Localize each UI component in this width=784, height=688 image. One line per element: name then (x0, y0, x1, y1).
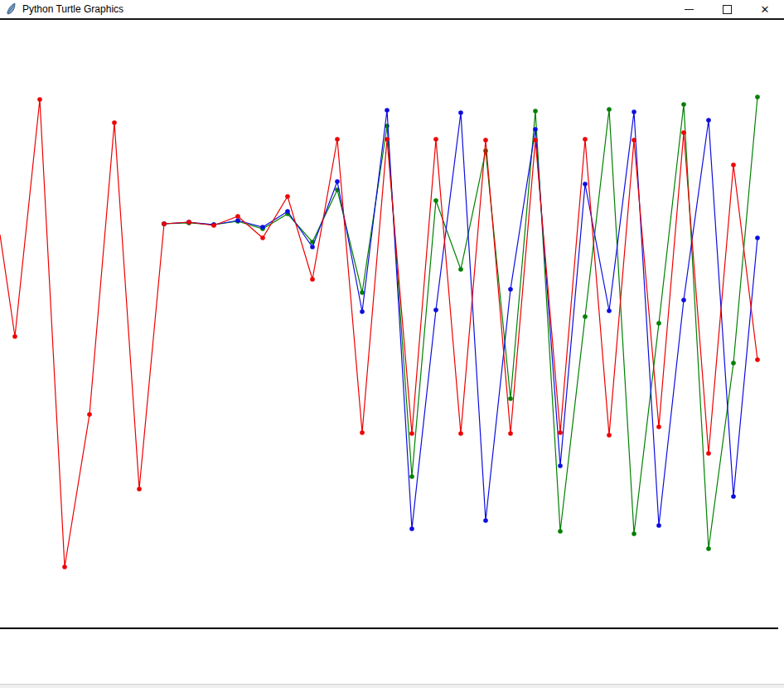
green-data-point (656, 321, 661, 326)
green-data-point (755, 94, 760, 99)
maximize-icon (723, 5, 732, 14)
titlebar-border-line (0, 18, 784, 20)
red-data-point (211, 223, 216, 228)
blue-data-point (632, 109, 636, 114)
green-data-point (731, 361, 736, 366)
python-feather-icon (5, 2, 17, 16)
blue-data-point (483, 518, 488, 523)
red-data-point (335, 137, 340, 142)
turtle-canvas (0, 0, 784, 688)
red-data-point (62, 564, 67, 569)
green-data-point (483, 148, 488, 153)
blue-data-point (533, 127, 538, 132)
green-data-point (607, 107, 612, 112)
title-bar: Python Turtle Graphics ✕ (0, 0, 784, 18)
green-data-point (409, 474, 414, 479)
green-data-point (458, 267, 463, 272)
red-data-point (385, 137, 390, 142)
window-title: Python Turtle Graphics (22, 3, 123, 15)
close-icon: ✕ (761, 4, 770, 15)
blue-data-point (433, 308, 438, 313)
green-data-point (360, 290, 365, 295)
blue-data-point (310, 245, 315, 250)
green-data-point (508, 396, 513, 401)
red-data-point (186, 220, 191, 225)
red-data-point (483, 138, 488, 143)
red-data-point (533, 138, 538, 143)
blue-data-point (607, 308, 612, 313)
red-data-point (458, 431, 463, 436)
red-data-point (583, 137, 588, 142)
red-data-point (433, 137, 438, 142)
red-data-point (310, 277, 315, 282)
blue-data-point (731, 494, 736, 499)
blue-data-point (409, 526, 414, 531)
blue-data-point (706, 118, 711, 123)
green-data-point (706, 546, 711, 551)
blue-data-point (360, 309, 365, 314)
blue-data-point (508, 287, 513, 292)
red-data-point (360, 430, 365, 435)
green-data-point (681, 102, 686, 107)
minimize-button[interactable] (670, 0, 708, 18)
minimize-icon (685, 9, 694, 10)
red-data-point (112, 120, 117, 125)
red-data-point (706, 451, 711, 456)
red-data-point (731, 162, 736, 167)
green-data-point (632, 531, 636, 536)
blue-data-point (755, 235, 760, 240)
red-data-point (755, 357, 760, 362)
red-data-point (137, 487, 142, 492)
blue-series-line (164, 110, 757, 529)
blue-data-point (235, 218, 240, 223)
blue-data-point (260, 225, 265, 230)
window-controls: ✕ (670, 0, 784, 18)
red-data-point (12, 334, 17, 339)
green-data-point (533, 109, 538, 114)
red-data-point (632, 138, 636, 143)
red-data-point (409, 431, 414, 436)
blue-data-point (558, 463, 563, 468)
green-data-point (433, 198, 438, 203)
red-data-point (37, 97, 42, 102)
green-series-line (164, 97, 757, 549)
blue-data-point (681, 298, 686, 303)
red-data-point (235, 214, 240, 219)
blue-data-point (335, 179, 340, 184)
red-data-point (681, 130, 686, 135)
red-data-point (162, 221, 167, 226)
red-data-point (285, 194, 290, 199)
green-data-point (583, 314, 588, 319)
red-series-line (0, 99, 757, 567)
green-data-point (558, 529, 563, 534)
turtle-graphics-window: Python Turtle Graphics ✕ (0, 0, 784, 688)
maximize-button[interactable] (708, 0, 746, 18)
blue-data-point (285, 209, 290, 214)
blue-data-point (458, 110, 463, 115)
red-data-point (87, 412, 92, 417)
red-data-point (558, 430, 563, 435)
blue-data-point (583, 182, 588, 187)
red-data-point (508, 431, 513, 436)
blue-data-point (656, 523, 661, 528)
close-button[interactable]: ✕ (746, 0, 784, 18)
red-data-point (260, 235, 265, 240)
window-bottom-frame (0, 684, 784, 688)
blue-data-point (385, 108, 390, 113)
red-data-point (656, 424, 661, 429)
red-data-point (607, 433, 612, 438)
